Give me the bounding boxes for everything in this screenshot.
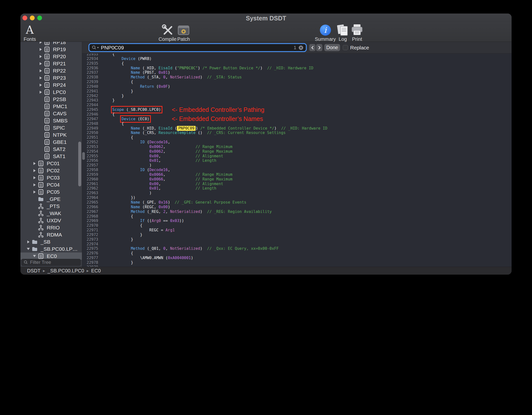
sidebar-item-pc02[interactable]: PC02 [20, 167, 82, 174]
disclosure-closed-icon[interactable] [39, 42, 43, 44]
clear-search-icon[interactable] [298, 45, 303, 50]
sidebar-item-rp21[interactable]: RP21 [20, 60, 82, 67]
sidebar-item-_pts[interactable]: _PTS [20, 203, 82, 210]
replace-checkbox[interactable] [343, 45, 348, 50]
replace-label: Replace [350, 45, 369, 51]
chevron-right-icon [318, 46, 321, 50]
disclosure-closed-icon[interactable] [39, 55, 43, 59]
disclosure-closed-icon[interactable] [32, 162, 36, 165]
disclosure-closed-icon[interactable] [39, 62, 43, 66]
sidebar-item-spic[interactable]: SPIC [20, 124, 82, 131]
find-next-button[interactable] [316, 44, 322, 51]
code-line: 22965 Name (_GPE, 0x16) // _GPE: General… [82, 200, 512, 205]
sidebar-item-smbs[interactable]: SMBS [20, 117, 82, 124]
disclosure-closed-icon[interactable] [39, 76, 43, 80]
sidebar-item-_wak[interactable]: _WAK [20, 210, 82, 217]
sidebar-item-rp23[interactable]: RP23 [20, 74, 82, 81]
method-icon [38, 225, 44, 231]
find-previous-button[interactable] [309, 44, 315, 51]
sidebar-item-lpc0[interactable]: LPC0 [20, 89, 82, 96]
search-input[interactable] [101, 45, 294, 51]
disclosure-closed-icon[interactable] [32, 176, 36, 180]
line-number: 22979 [82, 265, 101, 267]
disclosure-closed-icon[interactable] [32, 169, 36, 173]
code-text: Return (0x0F) [103, 84, 170, 89]
disclosure-spacer [39, 154, 43, 158]
sidebar-item-pmc1[interactable]: PMC1 [20, 103, 82, 110]
disclosure-open-icon[interactable] [32, 254, 36, 258]
filter-tree-input[interactable] [30, 259, 78, 265]
disclosure-closed-icon[interactable] [32, 183, 36, 187]
doc-icon [44, 146, 50, 152]
sidebar-item-rp24[interactable]: RP24 [20, 81, 82, 89]
done-button[interactable]: Done [324, 44, 340, 51]
doc-icon [38, 182, 44, 188]
line-number: 22958 [82, 168, 101, 172]
tree-item-label: SMBS [53, 118, 68, 124]
sidebar-item-_sb[interactable]: _SB [20, 238, 82, 245]
code-text: Device (EC0) [103, 117, 149, 121]
sidebar-item-pc05[interactable]: PC05 [20, 188, 82, 195]
disclosure-closed-icon[interactable] [39, 69, 43, 73]
disclosure-closed-icon[interactable] [39, 47, 43, 51]
code-text: 0x00, // Alignment [103, 154, 223, 159]
doc-icon [44, 46, 50, 52]
line-number: 22955 [82, 154, 101, 159]
sidebar-scrollbar[interactable] [78, 142, 81, 186]
disclosure-closed-icon[interactable] [39, 83, 43, 87]
disclosure-closed-icon[interactable] [32, 190, 36, 194]
code-text: 0x0066, // Range Maximum [103, 177, 233, 182]
disclosure-open-icon[interactable] [26, 247, 30, 251]
sidebar-item-ntpk[interactable]: NTPK [20, 131, 82, 138]
content-area: RP18RP19RP20RP21RP22RP23RP24LPC0P2SBPMC1… [20, 42, 512, 267]
code-text: 0x0062, // Range Minimum [103, 145, 233, 149]
code-lines: 22933 {22934 Device (PWRB)22935 {22936 N… [82, 54, 512, 267]
sidebar-item-_sbpc00lp[interactable]: _SB.PC00.LP… [20, 245, 82, 252]
line-number: 22933 [82, 54, 101, 57]
sidebar-item-rp22[interactable]: RP22 [20, 67, 82, 74]
code-text: Device (PWRB) [103, 57, 152, 61]
sidebar-item-p2sb[interactable]: P2SB [20, 96, 82, 103]
sidebar-item-rp20[interactable]: RP20 [20, 53, 82, 60]
code-line: 22950 Name (_CRS, ResourceTemplate () //… [82, 131, 512, 135]
search-menu-icon[interactable] [92, 45, 99, 50]
sidebar-item-uxdv[interactable]: UXDV [20, 217, 82, 224]
sidebar-item-pc04[interactable]: PC04 [20, 181, 82, 188]
search-field[interactable]: 1 [89, 44, 306, 51]
filter-tree-box [21, 259, 81, 266]
fonts-button[interactable]: A Fonts [20, 24, 41, 42]
print-button[interactable]: Print [346, 24, 368, 42]
sidebar-item-sat1[interactable]: SAT1 [20, 153, 82, 160]
line-number: 22960 [82, 177, 101, 182]
code-editor[interactable]: 22933 {22934 Device (PWRB)22935 {22936 N… [82, 54, 512, 267]
line-number: 22966 [82, 205, 101, 209]
sidebar-item-pc03[interactable]: PC03 [20, 174, 82, 181]
tree-item-label: UXDV [47, 218, 61, 223]
sidebar-item-rp18[interactable]: RP18 [20, 42, 82, 46]
line-number: 22934 [82, 57, 101, 61]
sidebar-item-rrio[interactable]: RRIO [20, 224, 82, 231]
sidebar-item-rp19[interactable]: RP19 [20, 46, 82, 53]
code-line: 22977 \AMW0.AMWN (0xA0040001) [82, 256, 512, 260]
breadcrumb-item[interactable]: DSDT [27, 268, 40, 274]
breadcrumb-item[interactable]: EC0 [91, 268, 101, 274]
search-icon [24, 260, 28, 265]
print-icon [350, 24, 364, 36]
line-number: 22978 [82, 260, 101, 265]
doc-icon [44, 132, 50, 138]
sidebar-item-gbe1[interactable]: GBE1 [20, 138, 82, 146]
splitter-handle[interactable] [82, 152, 85, 160]
sidebar-item-_gpe[interactable]: _GPE [20, 195, 82, 203]
sidebar-item-sat2[interactable]: SAT2 [20, 146, 82, 153]
line-number: 22965 [82, 200, 101, 205]
doc-icon [44, 104, 50, 109]
sidebar-item-ec0[interactable]: EC0 [20, 252, 82, 260]
sidebar-tree[interactable]: RP18RP19RP20RP21RP22RP23RP24LPC0P2SBPMC1… [20, 42, 82, 260]
disclosure-closed-icon[interactable] [39, 90, 43, 94]
sidebar-item-cavs[interactable]: CAVS [20, 110, 82, 117]
disclosure-closed-icon[interactable] [26, 240, 30, 244]
breadcrumb-item[interactable]: _SB.PC00.LPC0 [47, 268, 84, 274]
sidebar-item-rdma[interactable]: RDMA [20, 231, 82, 238]
patch-button[interactable]: Patch [172, 24, 195, 42]
sidebar-item-pc01[interactable]: PC01 [20, 160, 82, 167]
